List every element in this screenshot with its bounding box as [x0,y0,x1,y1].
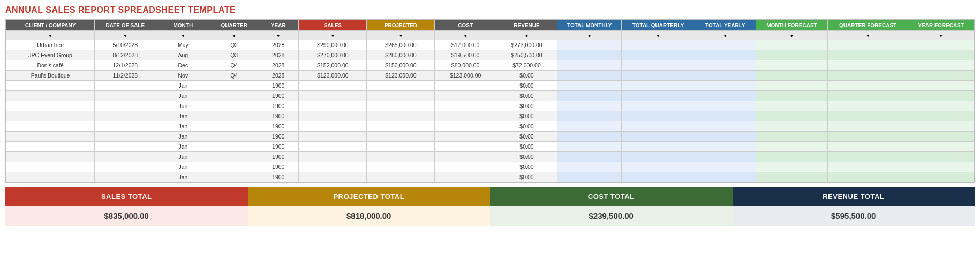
table-row: Jan1900$0.00 [6,81,974,91]
col-header-sales[interactable]: SALES [299,20,367,31]
filter-cost[interactable] [435,31,496,40]
cost-total-label: COST TOTAL [490,187,733,206]
summary-sales: SALES TOTAL $835,000.00 [5,187,248,226]
table-row: Jan1900$0.00 [6,142,974,152]
table-row: Jan1900$0.00 [6,132,974,142]
col-header-month-forecast[interactable]: MONTH FORECAST [756,20,828,31]
summary-cost: COST TOTAL $239,500.00 [490,187,733,226]
filter-month[interactable] [156,31,210,40]
filter-date[interactable] [95,31,156,40]
col-header-year[interactable]: YEAR [258,20,299,31]
filter-arrow-client[interactable] [49,32,52,39]
filter-quarter-forecast[interactable] [827,31,908,40]
filter-sales[interactable] [299,31,367,40]
filter-arrow-month[interactable] [181,32,185,39]
filter-arrow-cost[interactable] [464,32,468,39]
table-row: Jan1900$0.00 [6,101,974,111]
revenue-total-value: $595,500.00 [733,206,975,226]
spreadsheet-container: CLIENT / COMPANY DATE OF SALE MONTH QUAR… [5,19,975,183]
filter-arrow-date[interactable] [123,32,127,39]
filter-arrow-quarter-forecast[interactable] [866,32,870,39]
table-body: UrbanTree5/10/2028MayQ22028$290,000.00$2… [6,40,974,182]
filter-arrow-quarter[interactable] [232,32,236,39]
filter-arrow-month-forecast[interactable] [790,32,794,39]
summary-section: SALES TOTAL $835,000.00 PROJECTED TOTAL … [5,187,975,226]
col-header-date[interactable]: DATE OF SALE [95,20,156,31]
filter-arrow-total-quarterly[interactable] [657,32,660,39]
col-header-quarter-forecast[interactable]: QUARTER FORECAST [827,20,908,31]
filter-year-forecast[interactable] [908,31,974,40]
col-header-total-monthly[interactable]: TOTAL MONTHLY [557,20,622,31]
revenue-total-label: REVENUE TOTAL [733,187,975,206]
col-header-quarter[interactable]: QUARTER [210,20,258,31]
filter-arrow-revenue[interactable] [525,32,529,39]
filter-arrow-total-yearly[interactable] [723,32,727,39]
summary-projected: PROJECTED TOTAL $818,000.00 [248,187,491,226]
filter-arrow-year-forecast[interactable] [939,32,943,39]
filter-total-quarterly[interactable] [622,31,695,40]
filter-revenue[interactable] [496,31,557,40]
col-header-month[interactable]: MONTH [156,20,210,31]
table-row: Jan1900$0.00 [6,152,974,162]
table-row: JPC Event Group8/12/2028AugQ32028$270,00… [6,50,974,60]
table-row: Jan1900$0.00 [6,91,974,101]
filter-projected[interactable] [367,31,435,40]
table-row: Jan1900$0.00 [6,121,974,132]
filter-arrow-year[interactable] [276,32,280,39]
table-row: Paul's Boutique11/2/2028NovQ42028$123,00… [6,71,974,81]
filter-arrow-projected[interactable] [399,32,403,39]
sales-total-label: SALES TOTAL [5,187,248,206]
col-header-total-quarterly[interactable]: TOTAL QUARTERLY [622,20,695,31]
filter-arrow-sales[interactable] [331,32,335,39]
filter-total-monthly[interactable] [557,31,622,40]
filter-year[interactable] [258,31,299,40]
summary-revenue: REVENUE TOTAL $595,500.00 [733,187,975,226]
page-title: ANNUAL SALES REPORT SPREADSHEET TEMPLATE [5,5,975,15]
projected-total-label: PROJECTED TOTAL [248,187,491,206]
header-row: CLIENT / COMPANY DATE OF SALE MONTH QUAR… [6,20,974,31]
table-row: UrbanTree5/10/2028MayQ22028$290,000.00$2… [6,40,974,50]
col-header-projected[interactable]: PROJECTED [367,20,435,31]
col-header-cost[interactable]: COST [435,20,496,31]
col-header-client[interactable]: CLIENT / COMPANY [6,20,95,31]
col-header-revenue[interactable]: REVENUE [496,20,557,31]
table-row: Jan1900$0.00 [6,162,974,172]
filter-row[interactable] [6,31,974,40]
table-row: Don's café12/1/2028DecQ42028$152,000.00$… [6,60,974,71]
sales-total-value: $835,000.00 [5,206,248,226]
filter-month-forecast[interactable] [756,31,828,40]
filter-total-yearly[interactable] [695,31,756,40]
data-table: CLIENT / COMPANY DATE OF SALE MONTH QUAR… [6,20,974,182]
table-row: Jan1900$0.00 [6,172,974,182]
filter-client[interactable] [6,31,95,40]
table-row: Jan1900$0.00 [6,111,974,121]
col-header-year-forecast[interactable]: YEAR FORECAST [908,20,974,31]
filter-quarter[interactable] [210,31,258,40]
filter-arrow-total-monthly[interactable] [587,32,591,39]
cost-total-value: $239,500.00 [490,206,733,226]
col-header-total-yearly[interactable]: TOTAL YEARLY [695,20,756,31]
projected-total-value: $818,000.00 [248,206,491,226]
